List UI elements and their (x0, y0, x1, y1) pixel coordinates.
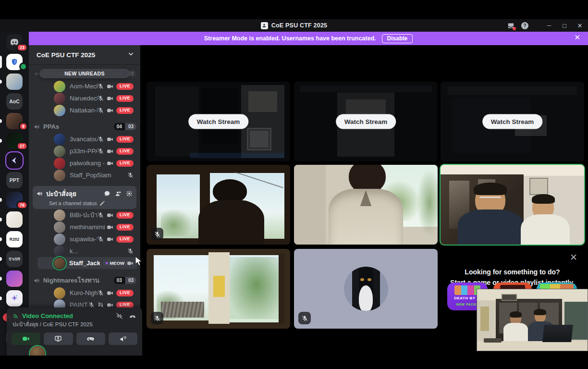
stream-tile-3[interactable]: Watch Stream (441, 82, 584, 161)
unread-indicator (0, 277, 2, 281)
inbox-icon[interactable] (507, 22, 514, 29)
voice-channel-ppas[interactable]: PPAs0403 (29, 120, 140, 133)
help-icon[interactable]: ? (521, 22, 528, 29)
activities-button[interactable] (76, 332, 105, 345)
video-on-icon (107, 290, 113, 296)
server-header[interactable]: CoE PSU CTF 2025 (29, 45, 140, 64)
new-unreads-pill[interactable]: NEW UNREADS (39, 69, 130, 78)
disable-streamer-mode-button[interactable]: Disable (382, 34, 413, 43)
member-row-bibi[interactable]: BiBi-ปะป๋าสั่งลุยLIVE (37, 209, 137, 221)
member-avatar-large (344, 267, 388, 311)
banner-close-icon[interactable]: ✕ (574, 33, 580, 42)
watch-stream-button-3[interactable]: Watch Stream (482, 114, 543, 129)
close-button[interactable]: ✕ (576, 22, 584, 29)
avatar (54, 246, 65, 257)
promo-close-icon[interactable]: ✕ (570, 252, 577, 263)
server-ppt[interactable]: PPT (0, 172, 29, 189)
noise-suppression-off-icon[interactable] (116, 312, 123, 320)
member-row-palwolkang-ppas[interactable]: palwolkang - PPAsLIVE (37, 157, 137, 169)
unread-indicator (0, 237, 2, 241)
mic-muted-overlay-icon (151, 312, 163, 324)
shield-icon (10, 58, 19, 66)
mic-muted-overlay-icon (298, 312, 311, 324)
online-status-dot (19, 62, 27, 71)
server-crown-doodle[interactable] (0, 211, 29, 228)
screen-share-button[interactable] (44, 332, 73, 345)
mic-muted-icon (127, 248, 134, 254)
member-row-staff-jack[interactable]: Staff_Jack♥MEOW (37, 257, 137, 269)
member-row-staff-popsiam[interactable]: Staff_PopSiam (37, 169, 137, 181)
member-name: supawita-ปะป๋าสั่ง... (70, 234, 98, 244)
member-row-3vancalous-ppas[interactable]: 3vancalous - PPAsLIVE (37, 133, 137, 145)
pip-video[interactable] (477, 289, 588, 351)
video-on-icon (107, 224, 113, 231)
discord-home[interactable]: 23 (0, 34, 29, 51)
member-row-nattakan-mechm[interactable]: Nattakan-MechM...LIVE (37, 104, 137, 116)
pip-laptop (542, 325, 573, 342)
live-badge: LIVE (116, 160, 134, 167)
channel-status-prompt[interactable]: Set a channel status (49, 200, 133, 206)
stream-tile-2[interactable]: Watch Stream (294, 82, 438, 161)
server-icon (6, 74, 23, 90)
list-gap (29, 269, 140, 274)
member-name: BiBi-ปะป๋าสั่งลุย (70, 210, 98, 220)
unread-indicator (0, 257, 2, 261)
live-badge: LIVE (116, 236, 134, 243)
video-on-icon (107, 212, 113, 219)
unread-indicator (0, 218, 2, 221)
server-camp[interactable]: 9 (0, 112, 29, 130)
avatar (54, 146, 65, 157)
server-cyber-shield[interactable] (0, 53, 29, 71)
camera-toggle-button[interactable] (12, 332, 40, 345)
camera-tile-2[interactable] (294, 165, 438, 245)
server-blue-figure[interactable]: 76 (0, 191, 29, 209)
minimize-button[interactable]: ─ (545, 22, 553, 29)
server-thai-green[interactable]: 27 (0, 132, 29, 149)
live-badge: LIVE (116, 107, 134, 114)
member-row-supawita[interactable]: supawita-ปะป๋าสั่ง...LIVE (37, 233, 137, 245)
letterbox-top (0, 0, 588, 19)
avatar (54, 258, 65, 269)
video-on-icon (107, 160, 113, 167)
watch-stream-button-2[interactable]: Watch Stream (336, 114, 396, 129)
disconnect-call-icon[interactable] (129, 312, 136, 320)
member-row-methinamimi[interactable]: methinamimi - ปะป๋า...LIVE (37, 221, 137, 233)
speaker-icon (34, 123, 40, 130)
mic-muted-icon (98, 236, 104, 242)
streamer-mode-text: Streamer Mode is enabled. Usernames have… (204, 35, 376, 42)
maximize-button[interactable]: □ (560, 22, 569, 29)
member-row-kuro-nightmares[interactable]: Kuro-Nightmares...LIVE (37, 287, 137, 299)
invite-members-icon[interactable] (115, 190, 122, 197)
server-initials: S'sSR (9, 257, 20, 261)
member-row-k[interactable]: k... (37, 245, 137, 257)
member-row-aom-mechminds[interactable]: Aom-MechMindsLIVE (37, 80, 137, 92)
live-badge: LIVE (116, 212, 134, 219)
watch-stream-button-1[interactable]: Watch Stream (188, 114, 249, 129)
server-collage[interactable] (0, 73, 29, 90)
open-chat-icon[interactable] (104, 190, 110, 197)
soundboard-button[interactable] (109, 332, 137, 345)
server-ssr[interactable]: S'sSR (0, 250, 29, 268)
server-sparkle[interactable] (0, 290, 29, 307)
self-avatar[interactable] (30, 346, 45, 356)
camera-tile-speaking[interactable] (441, 165, 584, 245)
voice-channel-nightmares[interactable]: Nightmaresโรงทาน0303 (29, 274, 140, 287)
member-row-p33m-ppas[interactable]: p33m-PPAsLIVE (37, 145, 137, 157)
avatar-tile[interactable] (294, 249, 438, 329)
unread-indicator (0, 139, 2, 143)
voice-channel-selected[interactable]: ปะป๋าสั่งลุยSet a channel status (33, 186, 136, 209)
member-row-naruedech-mech[interactable]: Naruedech-Mech...LIVE (37, 92, 137, 104)
server-cat-art[interactable] (0, 270, 29, 287)
inbox-notification-dot (513, 27, 516, 30)
camera-tile-1[interactable] (147, 165, 290, 245)
server-r202[interactable]: R202 (0, 231, 29, 248)
stream-tile-1[interactable]: Watch Stream (147, 82, 290, 161)
unread-indicator (0, 198, 2, 202)
app-icon (261, 22, 268, 29)
mention-badge: 27 (16, 142, 28, 150)
avatar (54, 81, 65, 92)
server-aoc[interactable]: AoC (0, 93, 29, 110)
camera-tile-3[interactable] (147, 249, 290, 329)
channel-settings-icon[interactable] (126, 190, 133, 197)
server-coe-psu-ctf-selected[interactable] (0, 152, 29, 169)
